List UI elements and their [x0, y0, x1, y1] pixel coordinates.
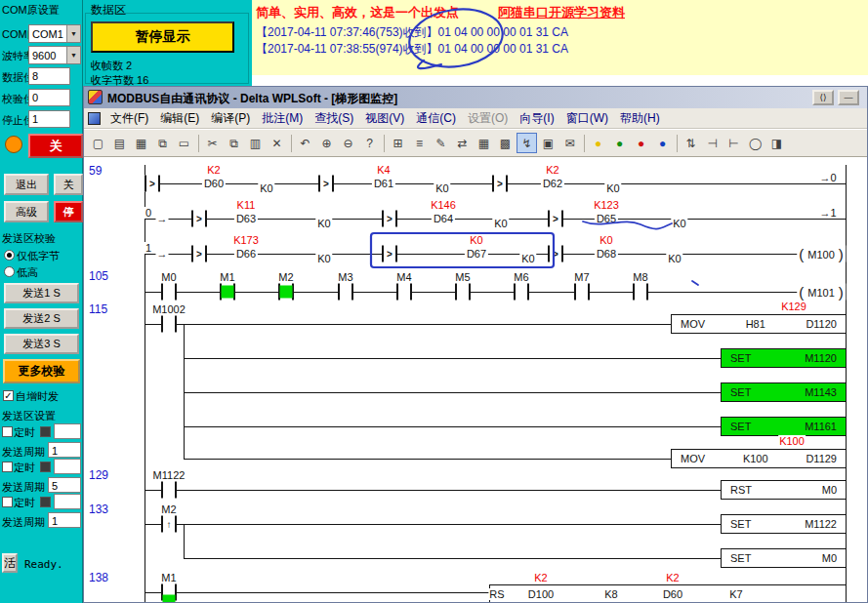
chevron-down-icon[interactable]: ▼: [66, 25, 80, 42]
zoom-in-icon[interactable]: ⊕: [316, 133, 337, 153]
coil-icon[interactable]: ◯: [745, 133, 765, 153]
contact[interactable]: [161, 316, 177, 333]
timer2-field[interactable]: [54, 459, 81, 474]
undo-icon[interactable]: ↶: [295, 133, 315, 153]
delete-icon[interactable]: ✕: [267, 133, 287, 153]
compare-contact[interactable]: >: [191, 246, 207, 262]
zoom-out-icon[interactable]: ⊖: [338, 133, 358, 153]
bulb-icon[interactable]: ●: [588, 133, 608, 153]
radio-low-high[interactable]: [4, 266, 15, 277]
save-all-icon[interactable]: ⧉: [152, 133, 173, 153]
menu-help[interactable]: 帮助(H): [614, 108, 666, 129]
radio-low-byte-only[interactable]: [4, 250, 15, 261]
compare-contact[interactable]: >: [382, 246, 397, 262]
instruction-list-icon[interactable]: ≡: [409, 133, 430, 153]
new-file-icon[interactable]: ▢: [88, 133, 108, 153]
compare-contact[interactable]: >: [492, 176, 508, 192]
copy-icon[interactable]: ⧉: [224, 133, 244, 153]
menu-communication[interactable]: 通信(C): [410, 108, 462, 129]
menu-view[interactable]: 视图(V): [359, 108, 410, 129]
device-monitor-icon[interactable]: ▣: [538, 133, 558, 153]
stop-bits-field[interactable]: 1: [28, 110, 70, 128]
close-port-button[interactable]: 关: [28, 134, 83, 158]
contact-no-icon[interactable]: ⊣: [702, 133, 723, 153]
help-icon[interactable]: ?: [359, 133, 380, 153]
output-coil[interactable]: (M100): [797, 246, 846, 262]
globe-blue-icon[interactable]: ●: [652, 133, 673, 153]
timer2-checkbox[interactable]: [2, 462, 13, 472]
com-port-select[interactable]: COM1 ▼: [28, 24, 81, 43]
app-switch-icon[interactable]: ◨: [766, 133, 787, 153]
globe-green-icon[interactable]: ●: [609, 133, 630, 153]
contact[interactable]: [574, 284, 590, 301]
stop-icon[interactable]: ●: [631, 133, 651, 153]
stop-button[interactable]: 停: [54, 201, 83, 222]
timer3-enable-checkbox[interactable]: [40, 497, 51, 507]
instruction-box[interactable]: SETM1122: [721, 514, 847, 534]
resource-link[interactable]: 阿猫串口开源学习资料: [498, 4, 625, 21]
message-icon[interactable]: ✉: [559, 133, 580, 153]
transfer-icon[interactable]: ⇅: [681, 133, 701, 153]
exit-button[interactable]: 退出: [4, 174, 49, 195]
compare-icon[interactable]: ⇄: [452, 133, 473, 153]
set-instruction-box[interactable]: SETM1120: [721, 348, 847, 368]
more-checksum-button[interactable]: 更多校验: [3, 359, 80, 383]
period1-field[interactable]: 1: [48, 442, 81, 458]
print-icon[interactable]: ▭: [174, 133, 194, 153]
menu-file[interactable]: 文件(F): [104, 108, 154, 129]
timer2-enable-checkbox[interactable]: [40, 462, 51, 472]
instruction-box[interactable]: MOVK100D1129: [671, 449, 847, 468]
timer3-checkbox[interactable]: [2, 497, 13, 507]
receive-log[interactable]: 简单、实用、高效，这是一个出发点 阿猫串口开源学习资料 【2017-04-11 …: [252, 0, 868, 75]
menu-settings[interactable]: 设置(O): [462, 108, 514, 129]
compare-contact[interactable]: >: [191, 211, 207, 227]
send3-button[interactable]: 发送3 S: [4, 334, 79, 354]
menu-compile[interactable]: 编译(P): [205, 108, 256, 129]
menu-edit[interactable]: 编辑(E): [154, 108, 205, 129]
contact[interactable]: [161, 482, 177, 499]
monitor-icon[interactable]: ↯: [517, 133, 537, 153]
calculator-icon[interactable]: ▩: [495, 133, 516, 153]
compare-contact[interactable]: >: [548, 246, 563, 262]
advanced-button[interactable]: 高级: [4, 201, 49, 222]
baud-rate-select[interactable]: 9600 ▼: [28, 46, 81, 64]
cut-icon[interactable]: ✂: [202, 133, 223, 153]
output-coil[interactable]: (M101): [797, 284, 846, 301]
contact[interactable]: [396, 284, 412, 301]
compare-contact[interactable]: >: [548, 211, 563, 227]
save-icon[interactable]: ▦: [131, 133, 151, 153]
contact-nc-icon[interactable]: ⊢: [723, 133, 744, 153]
ladder-view-icon[interactable]: ⊞: [388, 133, 408, 153]
instruction-box[interactable]: RSTM0: [721, 480, 847, 500]
auto-increment-checkbox[interactable]: [3, 390, 14, 401]
contact[interactable]: [161, 284, 177, 301]
open-file-icon[interactable]: ▤: [109, 133, 130, 153]
rising-edge-contact[interactable]: ↑: [161, 516, 177, 533]
compare-contact[interactable]: >: [145, 176, 160, 192]
parity-field[interactable]: 0: [28, 89, 70, 106]
window-minimize-button[interactable]: —: [838, 90, 859, 105]
timer1-checkbox[interactable]: [2, 426, 13, 437]
title-bar[interactable]: MODBUS自由通讯协议 - Delta WPLSoft - [梯形图监控] ⟨…: [84, 87, 867, 108]
paste-icon[interactable]: ▥: [245, 133, 266, 153]
close-secondary-button[interactable]: 关: [54, 174, 83, 195]
set-instruction-box[interactable]: SETM1161: [721, 417, 847, 436]
compare-contact[interactable]: >: [318, 176, 334, 192]
window-restore-button[interactable]: ⟨⟩: [812, 90, 834, 105]
period2-field[interactable]: 5: [48, 477, 81, 493]
contact[interactable]: [338, 284, 353, 301]
pause-display-button[interactable]: 暂停显示: [91, 21, 234, 53]
contact[interactable]: [633, 284, 648, 301]
menu-wizard[interactable]: 向导(I): [514, 108, 559, 129]
menu-comment[interactable]: 批注(M): [256, 108, 309, 129]
send2-button[interactable]: 发送2 S: [4, 308, 79, 329]
send1-button[interactable]: 发送1 S: [4, 283, 79, 303]
contact[interactable]: [455, 284, 471, 301]
comment-icon[interactable]: ✎: [431, 133, 451, 153]
menu-window[interactable]: 窗口(W): [560, 108, 614, 129]
data-bits-field[interactable]: 8: [28, 67, 70, 85]
instruction-box[interactable]: MOVH81D1120: [671, 314, 847, 334]
compare-contact[interactable]: >: [382, 211, 397, 227]
set-instruction-box[interactable]: SETM1143: [721, 382, 847, 402]
menu-search[interactable]: 查找(S): [309, 108, 359, 129]
